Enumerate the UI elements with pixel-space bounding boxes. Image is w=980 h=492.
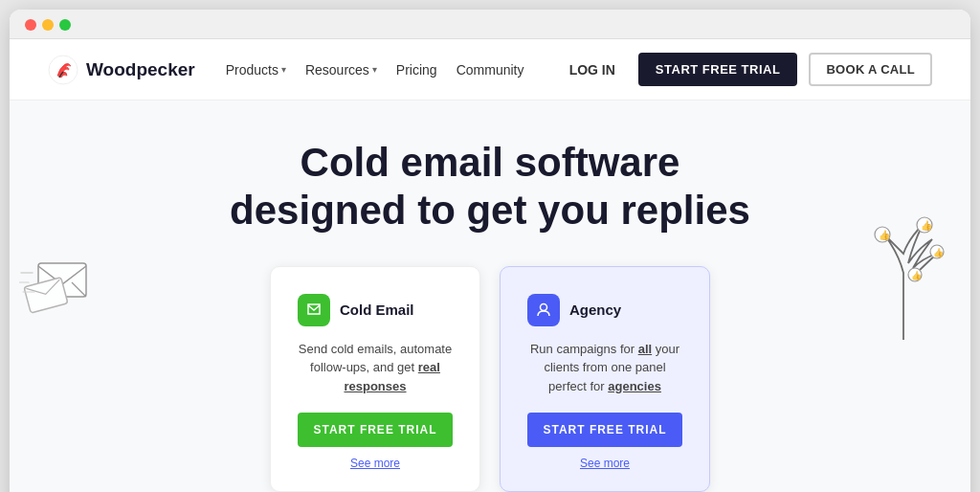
hero-section: Cold email software designed to get you …: [10, 101, 970, 492]
logo-area[interactable]: Woodpecker: [48, 55, 195, 85]
card-header-agency: Agency: [527, 294, 682, 326]
navbar-right: LOG IN START FREE TRIAL BOOK A CALL: [558, 53, 932, 86]
cold-email-icon: [298, 294, 330, 326]
cards-section: Cold Email Send cold emails, automate fo…: [29, 266, 951, 492]
svg-text:👍: 👍: [933, 247, 945, 258]
navbar-left: Woodpecker Products ▾ Resources ▾ Pricin…: [48, 55, 523, 85]
browser-chrome: [10, 10, 970, 39]
logo-icon: [48, 55, 78, 85]
agency-card: Agency Run campaigns for all your client…: [500, 266, 710, 492]
cold-email-title: Cold Email: [340, 302, 414, 318]
agency-desc: Run campaigns for all your clients from …: [527, 340, 682, 396]
agency-see-more-link[interactable]: See more: [527, 457, 682, 470]
cold-email-see-more-link[interactable]: See more: [298, 457, 453, 470]
browser-dots: [25, 19, 71, 31]
book-call-button[interactable]: BOOK A CALL: [809, 53, 932, 86]
nav-links: Products ▾ Resources ▾ Pricing Community: [226, 62, 524, 78]
agency-icon: [527, 294, 560, 326]
dot-yellow[interactable]: [42, 19, 54, 31]
cold-email-cta-button[interactable]: START FREE TRIAL: [298, 413, 453, 447]
browser-content: Woodpecker Products ▾ Resources ▾ Pricin…: [10, 39, 970, 492]
agency-title: Agency: [569, 302, 621, 318]
chevron-down-icon: ▾: [372, 64, 377, 75]
navbar-start-trial-button[interactable]: START FREE TRIAL: [638, 53, 798, 86]
nav-resources[interactable]: Resources ▾: [305, 62, 377, 78]
agency-cta-button[interactable]: START FREE TRIAL: [527, 413, 682, 447]
login-button[interactable]: LOG IN: [558, 55, 627, 85]
dot-green[interactable]: [59, 19, 71, 31]
cold-email-card: Cold Email Send cold emails, automate fo…: [270, 266, 480, 492]
browser-window: Woodpecker Products ▾ Resources ▾ Pricin…: [10, 10, 970, 492]
svg-text:👍: 👍: [921, 219, 933, 232]
card-header-cold-email: Cold Email: [298, 294, 453, 326]
hero-title: Cold email software designed to get you …: [174, 139, 806, 235]
cold-email-desc: Send cold emails, automate follow-ups, a…: [298, 340, 453, 396]
svg-text:👍: 👍: [879, 229, 891, 241]
nav-products[interactable]: Products ▾: [226, 62, 286, 78]
svg-point-14: [541, 303, 547, 310]
navbar: Woodpecker Products ▾ Resources ▾ Pricin…: [10, 39, 970, 101]
nav-pricing[interactable]: Pricing: [396, 62, 437, 78]
dot-red[interactable]: [25, 19, 36, 31]
logo-text: Woodpecker: [86, 59, 195, 80]
chevron-down-icon: ▾: [281, 64, 286, 75]
nav-community[interactable]: Community: [457, 62, 524, 78]
